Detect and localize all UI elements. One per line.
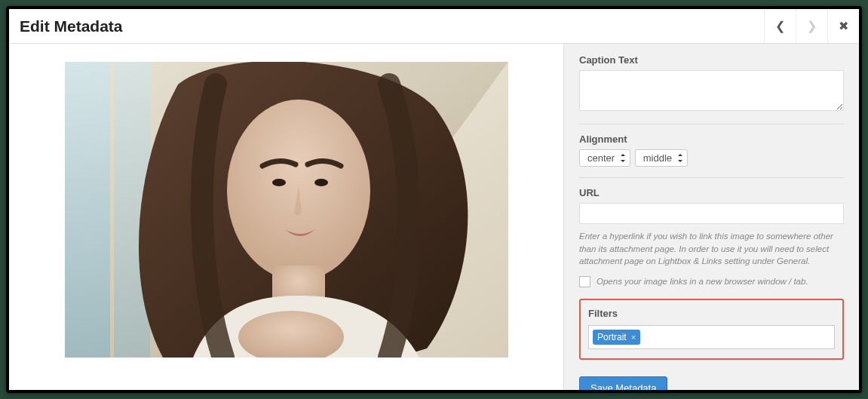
metadata-form-panel: Caption Text Alignment center middle URL… [563,44,859,390]
modal-dialog: Edit Metadata ❮ ❯ ✖ [6,6,862,393]
alignment-field: Alignment center middle [579,134,844,167]
url-field: URL Enter a hyperlink if you wish to lin… [579,187,844,288]
filter-tag-remove-icon[interactable]: × [631,333,636,342]
modal-header: Edit Metadata ❮ ❯ ✖ [9,9,859,44]
close-button[interactable]: ✖ [827,9,859,43]
filters-field: Filters Portrait × [579,299,844,360]
image-preview-panel [9,44,563,390]
caption-label: Caption Text [579,54,844,66]
filter-tag-label: Portrait [597,332,627,342]
divider [579,177,844,178]
url-input[interactable] [579,203,844,224]
divider [579,124,844,124]
image-preview [65,62,508,358]
new-window-label: Opens your image links in a new browser … [597,275,808,288]
svg-point-7 [272,179,286,186]
url-label: URL [579,187,844,198]
url-help-text: Enter a hyperlink if you wish to link th… [579,230,844,268]
filters-tag-input[interactable]: Portrait × [588,325,835,349]
svg-rect-1 [65,62,110,358]
alignment-vertical-value: middle [643,152,672,164]
alignment-label: Alignment [579,134,844,145]
new-window-checkbox[interactable] [579,276,590,287]
save-metadata-button[interactable]: Save Metadata [579,376,667,390]
new-window-row: Opens your image links in a new browser … [579,275,844,288]
save-button-label: Save Metadata [590,382,656,390]
filter-tag: Portrait × [593,330,640,345]
modal-header-buttons: ❮ ❯ ✖ [764,9,859,43]
svg-point-8 [314,179,328,186]
modal-title: Edit Metadata [20,17,123,35]
close-icon: ✖ [839,19,848,33]
alignment-vertical-select[interactable]: middle [635,149,688,167]
prev-button[interactable]: ❮ [764,9,796,43]
modal-body: Caption Text Alignment center middle URL… [9,44,859,390]
chevron-left-icon: ❮ [775,19,785,33]
alignment-horizontal-select[interactable]: center [579,149,630,167]
caption-textarea[interactable] [579,70,844,111]
alignment-horizontal-value: center [587,152,615,164]
next-button[interactable]: ❯ [796,9,827,43]
chevron-right-icon: ❯ [807,19,817,33]
caption-field: Caption Text [579,54,844,113]
filters-label: Filters [588,308,835,319]
